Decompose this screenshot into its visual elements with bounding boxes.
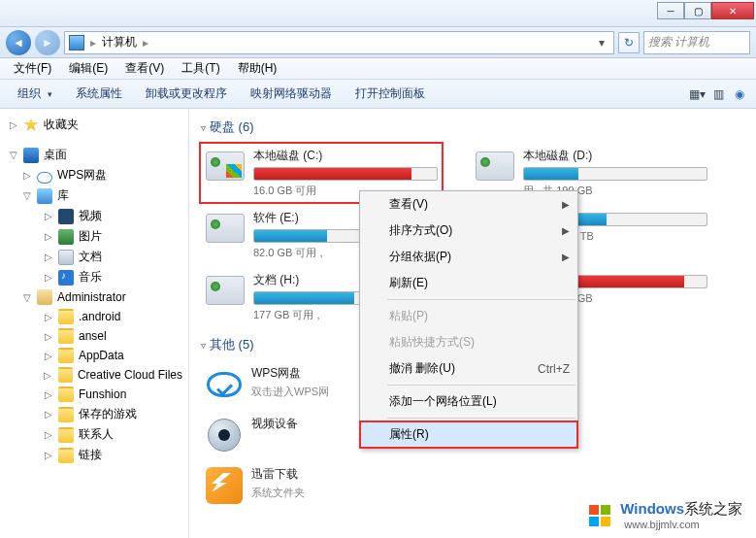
sidebar-videos[interactable]: ▷ 视频 — [0, 206, 188, 226]
organize-button[interactable]: 组织 — [8, 82, 62, 106]
picture-icon — [58, 229, 74, 245]
folder-icon — [58, 427, 74, 443]
xunlei-icon — [206, 467, 243, 504]
expander-icon[interactable]: ▽ — [21, 190, 32, 201]
sidebar-item-appdata[interactable]: ▷AppData — [0, 346, 188, 365]
sidebar-administrator[interactable]: ▽ Administrator — [0, 287, 188, 307]
open-control-panel-button[interactable]: 打开控制面板 — [345, 82, 435, 106]
computer-icon — [69, 35, 84, 50]
menu-tools[interactable]: 工具(T) — [174, 58, 227, 79]
webcam-icon — [208, 419, 241, 452]
submenu-arrow-icon: ▶ — [562, 225, 570, 236]
ctx-undo-delete[interactable]: 撤消 删除(U)Ctrl+Z — [360, 355, 577, 382]
sidebar-libraries[interactable]: ▽ 库 — [0, 185, 188, 206]
sidebar-pictures[interactable]: ▷ 图片 — [0, 226, 188, 247]
library-icon — [37, 188, 52, 204]
hdd-icon — [206, 276, 245, 305]
menu-separator — [387, 385, 575, 386]
nav-forward-button[interactable]: ► — [35, 30, 60, 55]
sidebar-music[interactable]: ▷ 音乐 — [0, 267, 188, 287]
uninstall-programs-button[interactable]: 卸载或更改程序 — [136, 82, 237, 106]
windows-logo-icon — [587, 503, 614, 528]
desktop-icon — [23, 148, 39, 163]
ctx-sort[interactable]: 排序方式(O)▶ — [360, 218, 577, 244]
command-bar: 组织 系统属性 卸载或更改程序 映射网络驱动器 打开控制面板 ▦▾ ▥ ◉ — [0, 80, 756, 109]
menu-edit[interactable]: 编辑(E) — [61, 58, 115, 79]
ctx-paste: 粘贴(P) — [360, 303, 577, 329]
ctx-view[interactable]: 查看(V)▶ — [360, 191, 577, 218]
ctx-properties[interactable]: 属性(R) — [360, 421, 577, 448]
preview-pane-button[interactable]: ▥ — [709, 85, 727, 103]
folder-icon — [58, 348, 74, 363]
refresh-button[interactable]: ↻ — [618, 32, 640, 53]
close-button[interactable]: ✕ — [711, 2, 754, 19]
sidebar-desktop[interactable]: ▽ 桌面 — [0, 145, 188, 165]
video-icon — [58, 209, 74, 224]
breadcrumb-sep: ▸ — [90, 36, 96, 50]
submenu-arrow-icon: ▶ — [562, 199, 570, 210]
sidebar-item-links[interactable]: ▷链接 — [0, 445, 188, 465]
map-network-drive-button[interactable]: 映射网络驱动器 — [241, 82, 342, 106]
breadcrumb-sep2[interactable]: ▸ — [143, 36, 148, 50]
expander-icon[interactable]: ▷ — [21, 170, 32, 181]
folder-icon — [58, 328, 74, 344]
document-icon — [58, 250, 74, 265]
expander-icon[interactable]: ▽ — [21, 292, 32, 303]
address-box[interactable]: ▸ 计算机 ▸ ▾ — [64, 31, 614, 54]
item-xunlei[interactable]: 迅雷下载 系统文件夹 — [201, 462, 442, 509]
star-icon — [23, 118, 39, 133]
user-folder-icon — [37, 289, 52, 305]
folder-icon — [58, 309, 74, 324]
sidebar-documents[interactable]: ▷ 文档 — [0, 247, 188, 267]
ctx-group[interactable]: 分组依据(P)▶ — [360, 244, 577, 270]
menu-file[interactable]: 文件(F) — [6, 58, 59, 79]
sidebar-item-ccfiles[interactable]: ▷Creative Cloud Files — [0, 365, 188, 385]
nav-back-button[interactable]: ◄ — [6, 30, 31, 55]
search-input[interactable]: 搜索 计算机 — [643, 31, 750, 54]
usage-bar — [253, 167, 438, 181]
hdd-icon — [476, 151, 514, 181]
address-dropdown[interactable]: ▾ — [594, 36, 609, 50]
folder-icon — [58, 367, 73, 383]
sidebar-item-android[interactable]: ▷.android — [0, 307, 188, 326]
menu-bar: 文件(F) 编辑(E) 查看(V) 工具(T) 帮助(H) — [0, 58, 756, 80]
sidebar-item-funshion[interactable]: ▷Funshion — [0, 385, 188, 404]
context-menu: 查看(V)▶ 排序方式(O)▶ 分组依据(P)▶ 刷新(E) 粘贴(P) 粘贴快… — [359, 190, 578, 449]
hdd-icon — [206, 151, 245, 181]
sidebar-item-savedgames[interactable]: ▷保存的游戏 — [0, 404, 188, 424]
folder-icon — [58, 407, 74, 422]
title-bar: ─ ▢ ✕ — [0, 0, 756, 27]
minimize-button[interactable]: ─ — [657, 2, 684, 19]
expander-icon[interactable]: ▽ — [8, 150, 18, 160]
window-controls: ─ ▢ ✕ — [657, 2, 754, 19]
view-mode-button[interactable]: ▦▾ — [688, 85, 706, 103]
menu-separator — [387, 299, 575, 300]
address-bar-row: ◄ ► ▸ 计算机 ▸ ▾ ↻ 搜索 计算机 — [0, 27, 756, 58]
search-placeholder: 搜索 计算机 — [648, 34, 709, 50]
hdd-icon — [206, 214, 245, 243]
sidebar-item-contacts[interactable]: ▷联系人 — [0, 424, 188, 445]
sidebar-wps-cloud[interactable]: ▷ WPS网盘 — [0, 165, 188, 185]
sidebar-item-ansel[interactable]: ▷ansel — [0, 326, 188, 346]
group-hdd[interactable]: ▿ 硬盘 (6) — [201, 118, 744, 136]
menu-help[interactable]: 帮助(H) — [230, 58, 285, 79]
help-button[interactable]: ◉ — [731, 85, 748, 103]
watermark: Windows系统之家 www.bjjmlv.com — [581, 498, 748, 532]
breadcrumb-computer[interactable]: 计算机 — [102, 34, 137, 50]
cloud-icon — [37, 172, 52, 184]
usage-bar — [523, 167, 707, 181]
system-properties-button[interactable]: 系统属性 — [66, 82, 132, 106]
maximize-button[interactable]: ▢ — [684, 2, 711, 19]
collapse-icon[interactable]: ▿ — [201, 340, 206, 351]
expander-icon[interactable]: ▷ — [8, 119, 18, 130]
menu-separator — [387, 418, 575, 419]
menu-view[interactable]: 查看(V) — [117, 58, 172, 79]
navigation-pane[interactable]: ▷ 收藏夹 ▽ 桌面 ▷ WPS网盘 ▽ 库 ▷ 视频 ▷ 图片 ▷ — [0, 109, 189, 538]
ctx-add-network-location[interactable]: 添加一个网络位置(L) — [360, 388, 577, 415]
ctx-refresh[interactable]: 刷新(E) — [360, 270, 577, 296]
folder-icon — [58, 387, 74, 402]
music-icon — [58, 270, 74, 286]
sidebar-favorites[interactable]: ▷ 收藏夹 — [0, 115, 188, 135]
collapse-icon[interactable]: ▿ — [201, 122, 206, 133]
ctx-paste-shortcut: 粘贴快捷方式(S) — [360, 329, 577, 355]
